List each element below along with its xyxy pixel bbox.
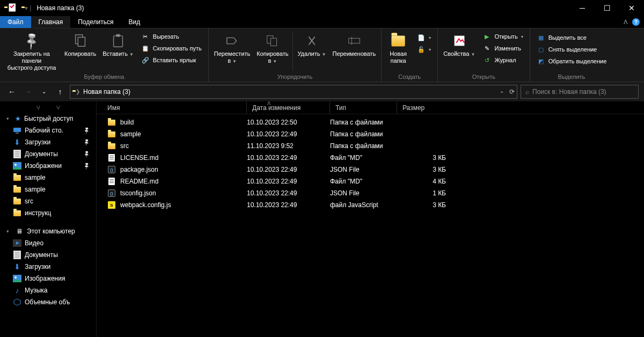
history-button[interactable]: ↺Журнал (480, 55, 525, 65)
edit-button[interactable]: ✎Изменить (480, 43, 525, 54)
sidebar-item[interactable]: Документы (0, 148, 96, 160)
sidebar-item[interactable]: Объемные объ (0, 296, 96, 308)
invert-selection-button[interactable]: ◩Обратить выделение (535, 56, 609, 67)
sidebar-handle-icon[interactable]: ᐯ (36, 105, 40, 111)
chevron-down-icon[interactable]: ▾ (6, 116, 12, 121)
file-icon (107, 130, 116, 138)
sidebar-item[interactable]: sample (0, 184, 96, 195)
sidebar-item[interactable]: ⬇Загрузки (0, 261, 96, 273)
file-row[interactable]: LICENSE.md10.10.2023 22:49Файл "MD"3 КБ (97, 152, 644, 164)
file-date: 10.10.2023 22:49 (247, 201, 330, 209)
star-icon: ★ (15, 115, 21, 122)
new-item-button[interactable]: 📄▾ (415, 32, 433, 43)
svg-rect-10 (13, 128, 21, 132)
tab-share[interactable]: Поделиться (70, 16, 121, 28)
rename-button[interactable]: Переименовать (329, 30, 379, 72)
sidebar-item[interactable]: sample (0, 172, 96, 184)
pin-to-quick-access-button[interactable]: 📌 Закрепить на панели быстрого доступа (2, 30, 61, 72)
videos-icon (13, 239, 21, 247)
select-all-button[interactable]: ▦Выделить все (535, 32, 609, 43)
file-type: Папка с файлами (330, 119, 408, 126)
file-date: 11.10.2023 9:52 (247, 142, 330, 150)
ribbon-group-clipboard: 📌 Закрепить на панели быстрого доступа К… (0, 28, 209, 82)
svg-point-25 (14, 276, 17, 279)
copy-path-button[interactable]: 📋Скопировать путь (139, 43, 204, 54)
properties-button[interactable]: Свойства ▼ (440, 30, 478, 72)
tab-home[interactable]: Главная (31, 16, 71, 28)
file-type: Папка с файлами (330, 142, 408, 150)
sidebar-item[interactable]: ⬇Загрузки (0, 136, 96, 148)
file-row[interactable]: {}tsconfig.json10.10.2023 22:49JSON File… (97, 187, 644, 199)
documents-icon (13, 251, 21, 259)
column-header-name[interactable]: Имя (97, 101, 247, 114)
sidebar-item[interactable]: Изображения (0, 273, 96, 284)
back-button[interactable]: ← (5, 85, 18, 98)
refresh-button[interactable]: ⟳ (509, 88, 515, 96)
file-row[interactable]: Swebpack.config.js10.10.2023 22:49файл J… (97, 199, 644, 211)
folder-icon (13, 209, 21, 217)
copy-to-button[interactable]: Копировать в ▼ (253, 30, 291, 72)
pictures-icon (13, 162, 21, 170)
file-name: build (120, 119, 134, 126)
address-bar[interactable]: ❯ Новая папка (3) ⌄ ⟳ (70, 85, 517, 99)
file-date: 10.10.2023 22:49 (247, 130, 330, 138)
cut-button[interactable]: ✂Вырезать (139, 31, 204, 42)
paste-button[interactable]: Вставить ▼ (99, 30, 137, 72)
copy-button[interactable]: Копировать (61, 30, 99, 72)
file-date: 10.10.2023 22:49 (247, 189, 330, 197)
sidebar-item[interactable]: src (0, 195, 96, 207)
maximize-button[interactable]: ☐ (595, 0, 619, 16)
sidebar-item[interactable]: Документы (0, 249, 96, 261)
sidebar-item[interactable]: Рабочий сто. (0, 124, 96, 136)
select-none-button[interactable]: ▢Снять выделение (535, 44, 609, 55)
search-input[interactable]: ⌕ Поиск в: Новая папка (3) (521, 85, 639, 99)
easy-access-button[interactable]: 🔓▾ (415, 44, 433, 55)
music-icon: ♪ (13, 286, 21, 295)
ribbon: 📌 Закрепить на панели быстрого доступа К… (0, 28, 644, 82)
file-row[interactable]: build10.10.2023 22:50Папка с файлами (97, 116, 644, 128)
sidebar: ᐯᐯ ▾ ★ Быстрый доступ Рабочий сто.⬇Загру… (0, 101, 97, 337)
ribbon-collapse-icon[interactable]: ᐱ (624, 19, 628, 26)
ribbon-group-new: Новая папка 📄▾ 🔓▾ Создать (382, 28, 438, 82)
column-header-type[interactable]: Тип (330, 101, 397, 114)
open-button[interactable]: ▶Открыть ▾ (480, 31, 525, 42)
file-row[interactable]: src11.10.2023 9:52Папка с файлами (97, 140, 644, 152)
sidebar-this-pc[interactable]: ▾ 🖥 Этот компьютер (0, 225, 96, 237)
sidebar-item[interactable]: ♪Музыка (0, 284, 96, 296)
sidebar-item[interactable]: Изображени (0, 160, 96, 172)
file-row[interactable]: {}package.json10.10.2023 22:49JSON File3… (97, 164, 644, 175)
recent-locations-button[interactable]: ⌄ (38, 85, 50, 98)
tab-view[interactable]: Вид (121, 16, 148, 28)
file-row[interactable]: sample10.10.2023 22:49Папка с файлами (97, 128, 644, 140)
paste-shortcut-button[interactable]: 🔗Вставить ярлык (139, 55, 204, 65)
folder-icon (13, 197, 21, 206)
forward-button[interactable]: → (21, 85, 34, 98)
minimize-button[interactable]: ─ (570, 0, 595, 16)
sidebar-item[interactable]: Видео (0, 237, 96, 249)
documents-icon (13, 150, 21, 158)
column-header-size[interactable]: Размер (397, 101, 440, 114)
up-button[interactable]: ↑ (54, 85, 67, 98)
group-label-open: Открыть (440, 72, 528, 82)
sidebar-handle-icon[interactable]: ᐯ (56, 105, 60, 111)
delete-button[interactable]: Удалить ▼ (294, 30, 329, 72)
tab-file[interactable]: Файл (0, 16, 31, 28)
file-type: Файл "MD" (330, 178, 408, 185)
column-header-date[interactable]: Дата изменения (247, 101, 330, 114)
sidebar-quick-access[interactable]: ▾ ★ Быстрый доступ (0, 113, 96, 124)
group-label-select: Выделить (532, 72, 611, 82)
file-row[interactable]: README.md10.10.2023 22:49Файл "MD"4 КБ (97, 175, 644, 187)
breadcrumb-separator-icon[interactable]: ❯ (76, 89, 80, 94)
qat-item-icon[interactable] (8, 2, 18, 14)
chevron-down-icon[interactable]: ▾ (6, 229, 12, 234)
move-to-button[interactable]: Переместить в ▼ (211, 30, 253, 72)
sidebar-item[interactable]: инструкц (0, 207, 96, 219)
svg-rect-6 (270, 38, 276, 46)
svg-rect-11 (16, 133, 19, 134)
help-icon[interactable]: ? (632, 18, 640, 26)
ribbon-group-select: ▦Выделить все ▢Снять выделение ◩Обратить… (530, 28, 613, 82)
breadcrumb-current[interactable]: Новая папка (3) (83, 88, 130, 96)
close-button[interactable]: ✕ (619, 0, 644, 16)
address-dropdown-icon[interactable]: ⌄ (500, 88, 504, 96)
new-folder-button[interactable]: Новая папка (384, 30, 413, 72)
